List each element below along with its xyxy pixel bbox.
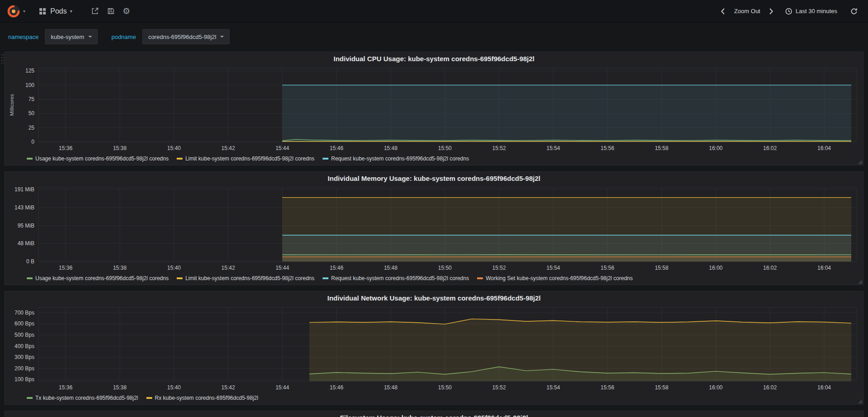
- legend-series-label: Working Set kube-system coredns-695f96dc…: [486, 275, 633, 281]
- svg-text:100 Bps: 100 Bps: [14, 376, 34, 383]
- panel-resize-handle[interactable]: [858, 280, 862, 284]
- legend-item[interactable]: Working Set kube-system coredns-695f96dc…: [477, 275, 633, 281]
- settings-button[interactable]: ⚙: [123, 7, 130, 15]
- svg-text:15:40: 15:40: [167, 145, 181, 151]
- svg-text:0 B: 0 B: [26, 258, 34, 265]
- dashboard-title: Pods: [50, 7, 67, 15]
- clock-icon: [785, 8, 792, 15]
- chevron-down-icon: [88, 36, 92, 38]
- svg-text:15:44: 15:44: [275, 384, 289, 391]
- svg-text:16:04: 16:04: [817, 384, 831, 391]
- panel-cpu-usage: Individual CPU Usage: kube-system coredn…: [5, 52, 863, 165]
- svg-text:200 Bps: 200 Bps: [14, 365, 34, 372]
- svg-text:25: 25: [29, 125, 35, 131]
- legend-item[interactable]: Limit kube-system coredns-695f96dcd5-98j…: [177, 155, 314, 162]
- svg-text:15:46: 15:46: [330, 145, 343, 151]
- memory-usage-chart[interactable]: 15:3615:3815:4015:4215:4415:4615:4815:50…: [7, 184, 861, 273]
- svg-text:15:44: 15:44: [275, 265, 289, 271]
- save-icon: [107, 7, 115, 15]
- svg-text:15:58: 15:58: [655, 265, 668, 271]
- grafana-logo[interactable]: ▾: [6, 4, 25, 19]
- panel-title-filesystem[interactable]: Filesystem Usage: kube-system coredns-69…: [7, 412, 861, 417]
- dashboard-panels: Individual CPU Usage: kube-system coredn…: [0, 52, 868, 417]
- svg-text:50: 50: [29, 110, 35, 116]
- network-usage-chart[interactable]: 15:3615:3815:4015:4215:4415:4615:4815:50…: [7, 304, 861, 393]
- time-range-label: Last 30 minutes: [796, 8, 837, 15]
- legend-item[interactable]: Usage kube-system coredns-695f96dcd5-98j…: [27, 275, 169, 281]
- svg-text:15:46: 15:46: [330, 265, 343, 271]
- svg-text:15:48: 15:48: [384, 145, 397, 151]
- memory-legend: Usage kube-system coredns-695f96dcd5-98j…: [7, 273, 861, 283]
- legend-series-color: [177, 158, 183, 160]
- legend-item[interactable]: Rx kube-system coredns-695f96dcd5-98j2l: [146, 395, 258, 401]
- svg-text:15:48: 15:48: [384, 265, 397, 271]
- svg-text:15:36: 15:36: [59, 265, 72, 271]
- legend-series-color: [27, 277, 33, 279]
- grafana-logo-icon: [6, 4, 21, 19]
- svg-text:15:36: 15:36: [59, 145, 72, 151]
- dashboard-picker[interactable]: Pods ▾: [35, 5, 76, 18]
- legend-series-label: Usage kube-system coredns-695f96dcd5-98j…: [35, 275, 169, 281]
- panel-resize-handle[interactable]: [858, 399, 862, 403]
- svg-text:15:42: 15:42: [222, 145, 235, 151]
- apps-grid-icon: [39, 8, 46, 15]
- gear-icon: ⚙: [123, 7, 130, 15]
- chevron-left-icon: [720, 8, 725, 15]
- svg-text:15:50: 15:50: [438, 265, 452, 271]
- legend-series-color: [27, 158, 33, 160]
- svg-text:16:00: 16:00: [709, 145, 723, 151]
- svg-text:300 Bps: 300 Bps: [14, 354, 34, 360]
- panel-resize-handle[interactable]: [858, 160, 862, 164]
- svg-text:16:02: 16:02: [763, 265, 777, 271]
- zoom-out-button[interactable]: Zoom Out: [729, 6, 765, 16]
- svg-text:500 Bps: 500 Bps: [14, 332, 34, 338]
- variable-label-podname: podname: [111, 34, 136, 40]
- svg-text:15:50: 15:50: [438, 145, 452, 151]
- svg-text:0: 0: [31, 139, 34, 145]
- svg-text:15:56: 15:56: [601, 384, 614, 391]
- panel-memory-usage: Individual Memory Usage: kube-system cor…: [5, 171, 863, 285]
- legend-series-label: Tx kube-system coredns-695f96dcd5-98j2l: [35, 395, 138, 401]
- network-legend: Tx kube-system coredns-695f96dcd5-98j2lR…: [7, 393, 861, 402]
- legend-item[interactable]: Limit kube-system coredns-695f96dcd5-98j…: [177, 275, 314, 281]
- legend-series-color: [177, 277, 183, 279]
- refresh-button[interactable]: [850, 8, 858, 15]
- svg-text:15:36: 15:36: [59, 384, 72, 391]
- panel-title-cpu[interactable]: Individual CPU Usage: kube-system coredn…: [7, 53, 861, 64]
- svg-text:700 Bps: 700 Bps: [14, 310, 34, 316]
- panel-title-memory[interactable]: Individual Memory Usage: kube-system cor…: [7, 173, 861, 184]
- svg-text:15:58: 15:58: [655, 145, 668, 151]
- time-forward-button[interactable]: [769, 8, 774, 15]
- svg-text:15:56: 15:56: [601, 145, 614, 151]
- chevron-right-icon: [769, 8, 774, 15]
- navbar: ▾ Pods ▾ ⚙ Zoo: [0, 0, 868, 23]
- share-button[interactable]: [91, 7, 99, 15]
- panel-title-network[interactable]: Individual Network Usage: kube-system co…: [7, 293, 861, 304]
- cpu-usage-chart[interactable]: 15:3615:3815:4015:4215:4415:4615:4815:50…: [7, 64, 861, 154]
- legend-item[interactable]: Request kube-system coredns-695f96dcd5-9…: [323, 155, 469, 162]
- svg-text:15:54: 15:54: [546, 384, 560, 391]
- svg-text:Millicores: Millicores: [9, 94, 14, 116]
- svg-text:600 Bps: 600 Bps: [14, 320, 34, 327]
- time-back-button[interactable]: [720, 8, 725, 15]
- svg-text:16:00: 16:00: [709, 384, 723, 391]
- svg-text:16:02: 16:02: [763, 145, 777, 151]
- svg-text:15:44: 15:44: [275, 145, 289, 151]
- time-range-picker[interactable]: Last 30 minutes: [785, 8, 837, 15]
- legend-item[interactable]: Request kube-system coredns-695f96dcd5-9…: [323, 275, 469, 281]
- legend-series-color: [477, 277, 483, 279]
- legend-item[interactable]: Tx kube-system coredns-695f96dcd5-98j2l: [27, 395, 138, 401]
- legend-series-color: [323, 277, 328, 279]
- svg-text:15:42: 15:42: [222, 265, 235, 271]
- variable-select-namespace[interactable]: kube-system: [45, 29, 98, 44]
- refresh-icon: [850, 8, 858, 15]
- legend-item[interactable]: Usage kube-system coredns-695f96dcd5-98j…: [27, 155, 169, 162]
- template-variables-bar: namespace kube-system podname coredns-69…: [0, 23, 868, 52]
- variable-select-podname[interactable]: coredns-695f96dcd5-98j2l: [142, 29, 230, 44]
- svg-text:95 MiB: 95 MiB: [18, 223, 34, 229]
- save-button[interactable]: [107, 7, 115, 15]
- chevron-down-icon: ▾: [23, 9, 25, 14]
- legend-series-label: Limit kube-system coredns-695f96dcd5-98j…: [185, 155, 314, 162]
- svg-text:16:00: 16:00: [709, 265, 723, 271]
- svg-text:15:54: 15:54: [546, 265, 560, 271]
